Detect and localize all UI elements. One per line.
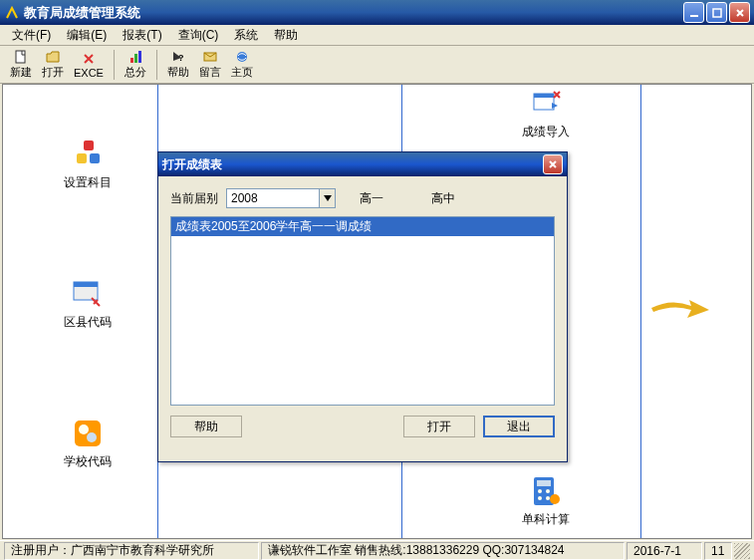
dialog-open-button[interactable]: 打开: [403, 416, 475, 437]
calc-icon: [530, 475, 562, 507]
tool-total[interactable]: 总分: [121, 48, 150, 81]
status-extra: 11: [704, 542, 732, 560]
tool-msg-label: 留言: [199, 65, 221, 80]
toolbar: 新建 打开 EXCE 总分 ? 帮助 留言 主页: [0, 46, 754, 84]
svg-point-24: [546, 496, 550, 500]
maximize-button[interactable]: [706, 2, 727, 23]
folder-icon: [72, 418, 104, 449]
grade-label: 高一: [360, 190, 383, 207]
tool-total-label: 总分: [125, 65, 146, 80]
statusbar: 注册用户：广西南宁市教育科学研究所 谦锐软件工作室 销售热线:138813362…: [0, 540, 754, 560]
menu-edit[interactable]: 编辑(E): [59, 25, 115, 46]
list-item[interactable]: 成绩表2005至2006学年高一一调成绩: [171, 217, 554, 236]
home-icon: [234, 49, 250, 65]
menu-help[interactable]: 帮助: [266, 25, 306, 46]
close-button[interactable]: [729, 2, 750, 23]
tool-open-label: 打开: [42, 65, 64, 80]
help-icon: ?: [170, 49, 186, 65]
icon-school-code[interactable]: 学校代码: [53, 418, 123, 470]
svg-rect-9: [84, 140, 94, 150]
tool-open[interactable]: 打开: [38, 48, 68, 81]
minimize-button[interactable]: [683, 2, 704, 23]
dropdown-arrow-icon: [319, 189, 335, 207]
open-score-dialog: 打开成绩表 当前届别 2008 高一 高中 成绩表2005至2006学年高一一调…: [157, 151, 568, 462]
tool-msg[interactable]: 留言: [195, 48, 225, 81]
app-icon: [4, 5, 20, 21]
chart-icon: [127, 49, 143, 65]
tool-new-label: 新建: [10, 65, 32, 80]
arrow-icon: [651, 296, 711, 316]
svg-point-15: [79, 424, 89, 434]
icon-label: 单科计算: [522, 511, 570, 528]
svg-rect-20: [537, 480, 551, 486]
dialog-filter-row: 当前届别 2008 高一 高中: [170, 188, 555, 208]
icon-single-calc[interactable]: 单科计算: [511, 475, 581, 528]
svg-rect-3: [130, 58, 133, 63]
resize-grip[interactable]: [734, 543, 750, 559]
menubar: 文件(F) 编辑(E) 报表(T) 查询(C) 系统 帮助: [0, 25, 754, 46]
year-combobox[interactable]: 2008: [226, 188, 336, 208]
svg-point-22: [546, 489, 550, 493]
tool-exce[interactable]: EXCE: [70, 50, 108, 80]
window-icon: [72, 278, 104, 310]
dialog-title: 打开成绩表: [162, 156, 543, 173]
svg-point-23: [538, 496, 542, 500]
tool-home-label: 主页: [231, 65, 253, 80]
svg-rect-13: [74, 282, 98, 287]
status-date: 2016-7-1: [627, 542, 702, 560]
svg-rect-1: [713, 9, 721, 17]
message-icon: [202, 49, 218, 65]
icon-district-code[interactable]: 区县代码: [53, 278, 123, 331]
icon-label: 成绩导入: [522, 124, 570, 140]
tool-home[interactable]: 主页: [227, 48, 257, 81]
menu-file[interactable]: 文件(F): [4, 25, 59, 46]
toolbar-separator-2: [156, 50, 157, 80]
menu-system[interactable]: 系统: [226, 25, 266, 46]
svg-rect-4: [134, 54, 137, 63]
dialog-help-button[interactable]: 帮助: [170, 416, 242, 437]
dialog-close-button[interactable]: [543, 154, 563, 174]
score-table-listbox[interactable]: 成绩表2005至2006学年高一一调成绩: [170, 216, 555, 406]
import-icon: [530, 88, 562, 120]
open-icon: [45, 49, 61, 65]
tool-help[interactable]: ? 帮助: [163, 48, 193, 81]
status-vendor: 谦锐软件工作室 销售热线:13881336229 QQ:307134824: [261, 542, 625, 560]
svg-rect-2: [16, 51, 25, 63]
svg-rect-5: [138, 51, 141, 63]
menu-query[interactable]: 查询(C): [170, 25, 227, 46]
status-user: 注册用户：广西南宁市教育科学研究所: [4, 542, 259, 560]
svg-text:?: ?: [178, 53, 184, 63]
toolbar-separator: [114, 50, 115, 80]
icon-label: 区县代码: [64, 314, 112, 331]
new-icon: [13, 49, 29, 65]
school-type-label: 高中: [431, 190, 455, 207]
current-year-label: 当前届别: [170, 190, 218, 207]
tool-exce-label: EXCE: [74, 67, 104, 79]
svg-rect-18: [534, 94, 554, 98]
tool-new[interactable]: 新建: [6, 48, 36, 81]
excel-icon: [81, 51, 97, 67]
svg-rect-14: [75, 420, 101, 446]
app-title: 教育局成绩管理系统: [24, 4, 683, 22]
icon-label: 学校代码: [64, 453, 112, 470]
svg-rect-0: [690, 15, 698, 17]
dialog-exit-button[interactable]: 退出: [483, 416, 555, 437]
svg-point-25: [550, 494, 560, 504]
divider-line: [640, 85, 641, 538]
icon-set-subject[interactable]: 设置科目: [53, 139, 123, 191]
svg-point-21: [538, 489, 542, 493]
dialog-titlebar: 打开成绩表: [158, 152, 567, 176]
cubes-icon: [72, 139, 104, 170]
svg-point-16: [87, 432, 97, 442]
year-value: 2008: [227, 191, 319, 205]
menu-report[interactable]: 报表(T): [115, 25, 169, 46]
main-titlebar: 教育局成绩管理系统: [0, 0, 754, 25]
icon-import-score[interactable]: 成绩导入: [511, 88, 581, 140]
svg-rect-10: [77, 153, 87, 163]
tool-help-label: 帮助: [167, 65, 189, 80]
svg-rect-11: [90, 153, 100, 163]
icon-label: 设置科目: [64, 174, 112, 191]
